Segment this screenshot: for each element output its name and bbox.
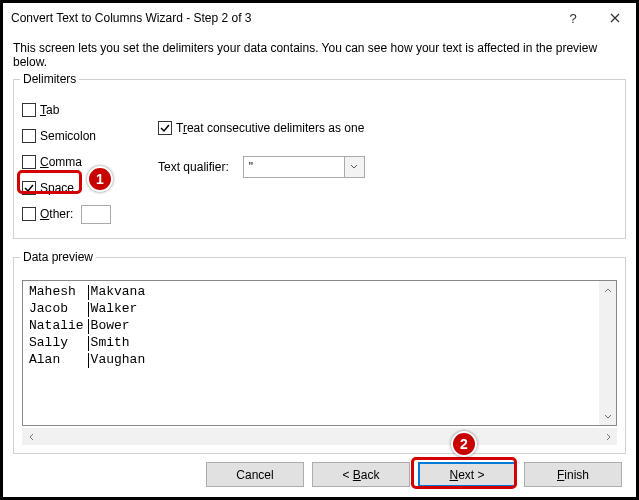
wizard-dialog: Convert Text to Columns Wizard - Step 2 … xyxy=(3,3,636,497)
checkbox-icon xyxy=(158,121,172,135)
other-delimiter-input[interactable] xyxy=(81,205,111,224)
scroll-left-icon xyxy=(22,428,39,445)
checkbox-icon xyxy=(22,155,36,169)
delimiter-other[interactable]: Other: xyxy=(22,204,134,224)
cancel-button[interactable]: Cancel xyxy=(206,462,304,487)
table-row: Sally Smith xyxy=(29,336,149,351)
table-row: Mahesh Makvana xyxy=(29,285,149,300)
horizontal-scrollbar[interactable] xyxy=(22,428,617,445)
vertical-scrollbar[interactable] xyxy=(599,281,616,425)
help-button[interactable]: ? xyxy=(552,3,594,33)
preview-legend: Data preview xyxy=(20,250,96,264)
close-button[interactable] xyxy=(594,3,636,33)
delimiters-group: Delimiters Tab Semicolon Comma xyxy=(13,79,626,239)
close-icon xyxy=(610,13,620,23)
checkbox-icon xyxy=(22,103,36,117)
button-row: Cancel < Back Next > Finish xyxy=(13,454,626,489)
table-row: Alan Vaughan xyxy=(29,353,149,368)
delimiters-legend: Delimiters xyxy=(20,72,79,86)
finish-button[interactable]: Finish xyxy=(524,462,622,487)
checkbox-icon xyxy=(22,181,36,195)
dialog-title: Convert Text to Columns Wizard - Step 2 … xyxy=(11,11,552,25)
next-button[interactable]: Next > xyxy=(418,462,516,487)
delimiter-comma[interactable]: Comma xyxy=(22,152,134,172)
back-button[interactable]: < Back xyxy=(312,462,410,487)
delimiter-tab[interactable]: Tab xyxy=(22,100,134,120)
scroll-down-icon xyxy=(599,408,616,425)
table-row: NatalieBower xyxy=(29,319,149,334)
step-description: This screen lets you set the delimiters … xyxy=(13,41,626,69)
delimiter-semicolon[interactable]: Semicolon xyxy=(22,126,134,146)
data-preview-group: Data preview Mahesh Makvana Jacob Walker… xyxy=(13,257,626,454)
checkbox-icon xyxy=(22,129,36,143)
preview-table: Mahesh Makvana Jacob Walker NatalieBower… xyxy=(22,280,617,426)
scroll-right-icon xyxy=(600,428,617,445)
table-row: Jacob Walker xyxy=(29,302,149,317)
chevron-down-icon xyxy=(344,157,364,177)
treat-consecutive-checkbox[interactable]: Treat consecutive delimiters as one xyxy=(158,118,365,138)
text-qualifier-label: Text qualifier: xyxy=(158,160,229,174)
titlebar: Convert Text to Columns Wizard - Step 2 … xyxy=(3,3,636,33)
text-qualifier-select[interactable]: " xyxy=(243,156,365,178)
checkbox-icon xyxy=(22,207,36,221)
delimiter-space[interactable]: Space xyxy=(22,178,134,198)
scroll-up-icon xyxy=(599,281,616,298)
